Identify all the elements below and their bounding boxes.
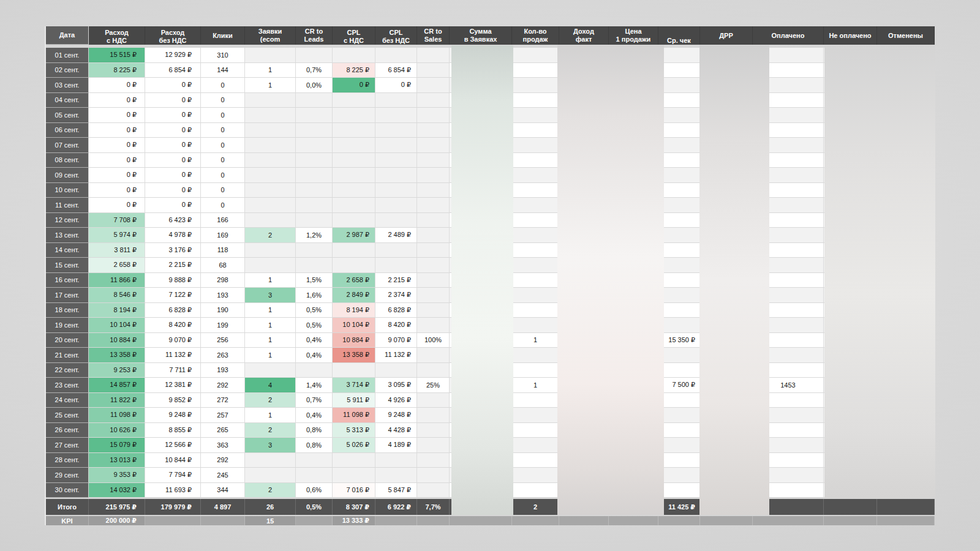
cell-cpl_net[interactable]: 0 ₽ <box>375 78 417 93</box>
cell-cr_sales[interactable] <box>417 138 450 153</box>
cell-cr_leads[interactable]: 0,5% <box>296 303 333 318</box>
cell-leads[interactable]: 3 <box>245 288 296 303</box>
column-header-unpaid[interactable]: Не оплачено <box>824 26 877 45</box>
cell-cpl_net[interactable] <box>375 213 417 228</box>
cell-spend_net[interactable]: 179 979 ₽ <box>145 499 201 515</box>
column-header-date[interactable]: Дата <box>46 26 89 45</box>
cell-clicks[interactable]: 118 <box>201 243 245 258</box>
cell-cr_sales[interactable] <box>417 258 450 273</box>
cell-cpl_vat[interactable] <box>333 108 375 123</box>
cell-cpl_vat[interactable]: 2 849 ₽ <box>333 288 375 303</box>
cell-avg_check[interactable] <box>658 453 700 468</box>
cell-spend_net[interactable]: 12 929 ₽ <box>145 48 201 63</box>
cell-sales[interactable] <box>512 78 559 93</box>
cell-sales[interactable] <box>512 303 559 318</box>
cell-avg_check[interactable] <box>658 516 700 525</box>
cell-avg_check[interactable] <box>658 48 700 63</box>
cell-clicks[interactable]: 144 <box>201 63 245 78</box>
column-header-drr[interactable]: ДРР <box>700 26 753 45</box>
cell-leads[interactable] <box>245 183 296 198</box>
cell-cr_leads[interactable] <box>296 453 333 468</box>
cell-spend_net[interactable]: 2 215 ₽ <box>145 258 201 273</box>
cell-avg_check[interactable] <box>658 243 700 258</box>
cell-cpl_net[interactable] <box>375 183 417 198</box>
cell-cpl_vat[interactable]: 10 884 ₽ <box>333 333 375 348</box>
cell-cpl_vat[interactable] <box>333 93 375 108</box>
cell-spend_net[interactable]: 6 854 ₽ <box>145 63 201 78</box>
cell-avg_check[interactable] <box>658 363 700 378</box>
cell-cr_sales[interactable] <box>417 198 450 213</box>
cell-clicks[interactable]: 292 <box>201 453 245 468</box>
cell-cpl_vat[interactable]: 8 225 ₽ <box>333 63 375 78</box>
column-header-avg_check[interactable]: Ср. чек <box>658 26 700 45</box>
cell-cr_leads[interactable]: 1,6% <box>296 288 333 303</box>
cell-sales[interactable] <box>512 228 559 243</box>
column-header-sales[interactable]: Кол-вопродаж <box>512 26 559 45</box>
cell-cpl_net[interactable]: 6 854 ₽ <box>375 63 417 78</box>
cell-leads[interactable] <box>245 198 296 213</box>
cell-cr_sales[interactable] <box>417 303 450 318</box>
cell-spend_net[interactable]: 12 566 ₽ <box>145 438 201 453</box>
cell-spend_net[interactable]: 0 ₽ <box>145 123 201 138</box>
cell-avg_check[interactable] <box>658 348 700 363</box>
column-header-clicks[interactable]: Клики <box>201 26 245 45</box>
cell-date[interactable]: 08 сент. <box>46 153 89 168</box>
cell-spend_net[interactable]: 0 ₽ <box>145 198 201 213</box>
cell-avg_check[interactable] <box>658 183 700 198</box>
cell-spend_vat[interactable]: 13 013 ₽ <box>89 453 145 468</box>
cell-spend_vat[interactable]: 8 546 ₽ <box>89 288 145 303</box>
cell-clicks[interactable]: 256 <box>201 333 245 348</box>
cell-spend_vat[interactable]: 15 515 ₽ <box>89 48 145 63</box>
cell-spend_vat[interactable]: 3 811 ₽ <box>89 243 145 258</box>
cell-cr_leads[interactable]: 1,2% <box>296 228 333 243</box>
cell-sales[interactable] <box>512 168 559 183</box>
cell-cr_sales[interactable] <box>417 453 450 468</box>
column-header-cpl_vat[interactable]: CPLс НДС <box>333 26 375 45</box>
cell-avg_check[interactable] <box>658 123 700 138</box>
cell-clicks[interactable]: 199 <box>201 318 245 333</box>
cell-sales[interactable] <box>512 288 559 303</box>
cell-sales[interactable] <box>512 138 559 153</box>
cell-canceled[interactable] <box>877 499 935 515</box>
cell-cr_leads[interactable]: 0,4% <box>296 408 333 423</box>
cell-leads[interactable] <box>245 123 296 138</box>
cell-leads[interactable]: 1 <box>245 63 296 78</box>
cell-cr_sales[interactable]: 100% <box>417 333 450 348</box>
cell-spend_net[interactable]: 8 855 ₽ <box>145 423 201 438</box>
cell-cpl_vat[interactable]: 5 911 ₽ <box>333 393 375 408</box>
cell-date[interactable]: 05 сент. <box>46 108 89 123</box>
cell-spend_vat[interactable]: 215 975 ₽ <box>89 499 145 515</box>
cell-cr_sales[interactable] <box>417 483 450 498</box>
cell-leads[interactable] <box>245 93 296 108</box>
cell-avg_check[interactable] <box>658 213 700 228</box>
cell-sales[interactable] <box>512 198 559 213</box>
cell-cr_sales[interactable] <box>417 183 450 198</box>
cell-spend_vat[interactable]: 0 ₽ <box>89 78 145 93</box>
cell-cr_leads[interactable]: 1,5% <box>296 273 333 288</box>
cell-cr_leads[interactable]: 0,4% <box>296 348 333 363</box>
cell-spend_vat[interactable]: 5 974 ₽ <box>89 228 145 243</box>
cell-spend_net[interactable]: 4 978 ₽ <box>145 228 201 243</box>
cell-leads[interactable]: 1 <box>245 348 296 363</box>
cell-spend_net[interactable]: 0 ₽ <box>145 153 201 168</box>
cell-cr_sales[interactable] <box>417 63 450 78</box>
cell-clicks[interactable]: 169 <box>201 228 245 243</box>
cell-avg_check[interactable] <box>658 318 700 333</box>
cell-spend_net[interactable]: 9 248 ₽ <box>145 408 201 423</box>
cell-cpl_vat[interactable] <box>333 168 375 183</box>
cell-cr_leads[interactable] <box>296 363 333 378</box>
cell-cpl_vat[interactable] <box>333 363 375 378</box>
cell-date[interactable]: 18 сент. <box>46 303 89 318</box>
cell-spend_vat[interactable]: 8 225 ₽ <box>89 63 145 78</box>
cell-sales[interactable] <box>512 123 559 138</box>
cell-clicks[interactable]: 265 <box>201 423 245 438</box>
cell-spend_vat[interactable]: 11 098 ₽ <box>89 408 145 423</box>
cell-cr_sales[interactable] <box>417 108 450 123</box>
cell-leads[interactable] <box>245 108 296 123</box>
cell-clicks[interactable]: 0 <box>201 93 245 108</box>
cell-cpl_net[interactable]: 5 847 ₽ <box>375 483 417 498</box>
cell-price_sale[interactable] <box>609 516 658 525</box>
cell-cr_sales[interactable] <box>417 213 450 228</box>
cell-date[interactable]: 15 сент. <box>46 258 89 273</box>
cell-cpl_net[interactable] <box>375 48 417 63</box>
